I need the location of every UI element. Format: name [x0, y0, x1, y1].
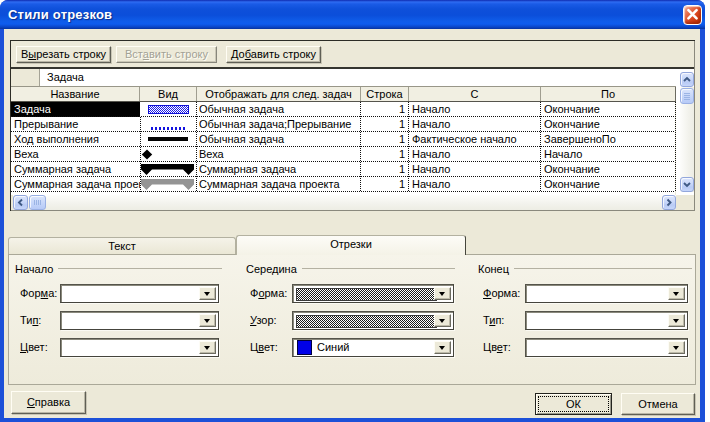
tab-bars[interactable]: Отрезки	[236, 235, 466, 255]
middle-color-combo[interactable]: Синий	[292, 338, 454, 357]
title-bar[interactable]: Стили отрезков	[0, 0, 705, 29]
thumb-grip-icon	[30, 196, 45, 209]
dialog-window: Стили отрезков Вырезать строку Вставить …	[0, 0, 705, 422]
ok-button[interactable]: ОК	[535, 393, 612, 415]
dropdown-arrow-icon	[204, 319, 210, 323]
grid-line	[140, 117, 141, 192]
dropdown-button[interactable]	[668, 341, 685, 354]
start-shape-combo[interactable]	[60, 284, 219, 303]
start-color-combo[interactable]	[60, 338, 219, 357]
dropdown-button[interactable]	[434, 314, 451, 327]
bar-preview-black-line	[148, 137, 188, 141]
vscroll-down-button[interactable]	[680, 177, 694, 192]
label-start-color: Цвет:	[20, 338, 48, 357]
end-type-combo[interactable]	[525, 311, 688, 330]
dropdown-button[interactable]	[668, 314, 685, 327]
chevron-up-icon	[681, 73, 693, 86]
dropdown-arrow-icon	[204, 346, 210, 350]
color-swatch-blue	[297, 340, 312, 355]
table-row[interactable]: Суммарная задача проекта Суммарная задач…	[11, 177, 675, 192]
table-row[interactable]: Задача Обычная задача 1 Начало Окончание	[11, 102, 675, 117]
hscroll-right-button[interactable]	[662, 195, 676, 210]
cell-from: Начало	[412, 162, 537, 177]
cell-show-for: Суммарная задача проекта	[199, 177, 359, 192]
grid-line	[196, 102, 197, 192]
add-row-button[interactable]: Добавить строку	[226, 46, 321, 63]
grid-line	[11, 191, 675, 192]
group-separator	[58, 268, 222, 269]
bar-preview-summary-gray	[141, 179, 195, 190]
dropdown-arrow-icon	[673, 346, 679, 350]
cell-from: Начало	[412, 117, 537, 132]
middle-pattern-combo[interactable]	[292, 311, 454, 330]
cell-to: Окончание	[544, 162, 672, 177]
end-shape-combo[interactable]	[525, 284, 688, 303]
table-row[interactable]: Прерывание Обычная задача;Прерывание 1 Н…	[11, 117, 675, 132]
entry-bar[interactable]: Задача	[11, 69, 694, 86]
pattern-preview-checkered	[296, 315, 437, 328]
cancel-label: Отмена	[638, 398, 677, 410]
cut-row-button[interactable]: Вырезать строку	[16, 46, 111, 63]
color-value: Синий	[317, 339, 349, 356]
cell-to: Окончание	[544, 177, 672, 192]
table-row[interactable]: Веха Веха 1 Начало Начало	[11, 147, 675, 162]
help-button[interactable]: Справка	[11, 391, 86, 414]
dropdown-button[interactable]	[434, 287, 451, 300]
col-header-name[interactable]: Название	[11, 87, 140, 101]
tab-text[interactable]: Текст	[8, 237, 236, 254]
cell-row: 1	[361, 132, 405, 147]
cancel-button[interactable]: Отмена	[621, 393, 695, 415]
cell-name: Веха	[14, 147, 138, 162]
hscroll-left-button[interactable]	[13, 195, 28, 210]
col-header-to[interactable]: По	[541, 87, 676, 101]
bar-preview-blue-hatched	[148, 105, 189, 114]
bar-preview-blue-dotted	[151, 127, 187, 130]
dropdown-arrow-icon	[439, 292, 445, 296]
group-label-middle: Середина	[246, 263, 297, 275]
selected-cell: Задача	[11, 102, 140, 117]
close-button[interactable]	[683, 5, 702, 25]
hscrollbar-thumb[interactable]	[29, 195, 46, 210]
col-header-from[interactable]: С	[409, 87, 541, 101]
cell-to: ЗавершеноПо	[544, 132, 672, 147]
grid-line	[540, 102, 541, 192]
start-type-combo[interactable]	[60, 311, 219, 330]
cell-name: Суммарная задача проекта	[14, 177, 140, 192]
chevron-right-icon	[663, 196, 675, 209]
table-row[interactable]: Суммарная задача Суммарная задача 1 Нача…	[11, 162, 675, 177]
dropdown-button[interactable]	[668, 287, 685, 300]
label-end-type: Тип:	[483, 311, 504, 330]
hscrollbar-track[interactable]	[13, 195, 676, 210]
paste-row-button[interactable]: Вставить строку	[116, 46, 217, 63]
table-header: Название Вид Отображать для след. задач …	[11, 87, 676, 102]
dropdown-button[interactable]	[199, 341, 216, 354]
label-middle-shape: Форма:	[250, 284, 287, 303]
dropdown-button[interactable]	[199, 287, 216, 300]
dropdown-button[interactable]	[199, 314, 216, 327]
focus-rect	[539, 397, 608, 411]
grid-line	[360, 102, 361, 192]
middle-shape-combo[interactable]	[292, 284, 454, 303]
cell-show-for: Обычная задача	[199, 132, 359, 147]
vscroll-up-button[interactable]	[680, 72, 694, 87]
dropdown-arrow-icon	[439, 319, 445, 323]
col-header-row[interactable]: Строка	[361, 87, 409, 101]
cell-show-for: Суммарная задача	[199, 162, 359, 177]
table-row[interactable]: Ход выполнения Обычная задача 1 Фактичес…	[11, 132, 675, 147]
group-label-end: Конец	[478, 263, 509, 275]
col-header-appearance[interactable]: Вид	[140, 87, 197, 101]
group-separator	[302, 268, 455, 269]
cell-row: 1	[361, 147, 405, 162]
label-end-shape: Форма:	[483, 284, 520, 303]
dropdown-button[interactable]	[434, 341, 451, 354]
dropdown-arrow-icon	[204, 292, 210, 296]
vscrollbar-thumb[interactable]	[680, 88, 694, 104]
thumb-grip-icon	[681, 89, 693, 103]
cell-show-for: Веха	[199, 147, 359, 162]
grid-line	[408, 102, 409, 192]
end-color-combo[interactable]	[525, 338, 688, 357]
label-start-type: Тип:	[20, 311, 41, 330]
cell-name: Прерывание	[14, 117, 138, 132]
col-header-show-for[interactable]: Отображать для след. задач	[197, 87, 361, 101]
group-label-start: Начало	[15, 263, 53, 275]
